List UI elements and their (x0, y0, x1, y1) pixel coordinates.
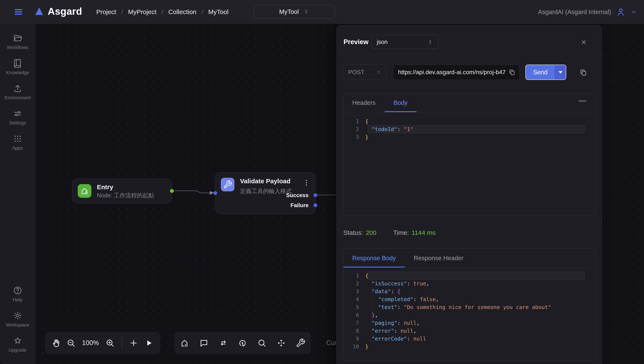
panel-divider (337, 222, 602, 222)
toolbar-divider (122, 337, 122, 349)
toolbar-nodes-button[interactable] (276, 338, 286, 348)
send-button-group: Send (526, 65, 566, 80)
code-line-2: 2 "todoId": "1" (343, 125, 596, 133)
send-options-button[interactable] (555, 65, 566, 80)
sidebar-item-apps[interactable]: Apps (0, 134, 35, 151)
code-line-10: 10} (343, 343, 596, 350)
comment-icon (199, 338, 209, 348)
line-number: 2 (343, 126, 359, 132)
url-input[interactable]: https://api.dev.asgard-ai.com/ns/proj-b4… (393, 65, 520, 80)
code-line-1: 1{ (343, 117, 596, 125)
hand-icon (51, 338, 61, 348)
tab-response-header[interactable]: Response Header (405, 249, 472, 267)
breadcrumb-item-myproject[interactable]: MyProject (128, 8, 156, 16)
success-output-port[interactable] (314, 193, 317, 197)
node-subtitle: Node: 工作流程的起點 (97, 192, 154, 199)
breadcrumb-separator: / (121, 9, 123, 15)
node-menu-button[interactable] (304, 178, 309, 187)
sidebar-top-group: WorkflowsKnowledgeEnvironmentSettingsApp… (0, 33, 35, 159)
send-button[interactable]: Send (526, 65, 555, 80)
sidebar-item-label: Upgrade (8, 347, 26, 353)
code-line-6: 6 }, (343, 311, 596, 319)
search-icon (257, 338, 267, 348)
failure-output-port[interactable] (314, 203, 317, 207)
sidebar-item-label: Knowledge (6, 70, 29, 76)
gear-icon (13, 311, 22, 320)
code-line-4: 4 "completed": false, (343, 295, 596, 303)
updown-chevron-icon (427, 39, 433, 45)
tab-headers[interactable]: Headers (343, 93, 384, 112)
play-icon (144, 338, 154, 348)
add-button[interactable] (129, 338, 138, 348)
status-row: Status: 200 Time: 1144 ms (343, 229, 436, 236)
line-number: 4 (343, 296, 359, 302)
format-select[interactable]: json (372, 35, 438, 49)
toolbar-search-button[interactable] (257, 338, 267, 348)
method-select-value: POST (348, 69, 364, 76)
editor-scrollbar[interactable] (578, 100, 586, 102)
breadcrumb-item-collection[interactable]: Collection (168, 8, 196, 16)
breadcrumb-item-mytool[interactable]: MyTool (208, 8, 228, 16)
help-circle-icon (13, 286, 22, 295)
node-validate-payload[interactable]: Validate Payload 定義工具的輸入格式 Success Failu… (215, 172, 316, 214)
grid-icon (13, 134, 22, 144)
brand-name: Asgard (48, 6, 82, 17)
book-icon (13, 58, 22, 68)
tab-response-body[interactable]: Response Body (343, 249, 405, 267)
method-select[interactable]: POST (343, 65, 386, 80)
plus-icon (129, 338, 138, 348)
request-body-editor[interactable]: 1{2 "todoId": "1"3} (343, 112, 596, 141)
response-body-editor[interactable]: 1{2 "isSuccess": true,3 "data": {4 "comp… (343, 268, 596, 350)
toolbar-wrench-button[interactable] (296, 338, 306, 348)
toolbar-comment-button[interactable] (199, 338, 209, 348)
updown-chevron-icon (303, 9, 310, 15)
iteration-icon (238, 338, 247, 348)
sidebar-item-upgrade[interactable]: Upgrade (0, 336, 35, 353)
line-number: 10 (343, 343, 359, 350)
sidebar-item-help[interactable]: Help (0, 286, 35, 303)
menu-button[interactable] (13, 7, 24, 17)
url-value: https://api.dev.asgard-ai.com/ns/proj-b4… (398, 69, 506, 76)
breadcrumb-item-project[interactable]: Project (96, 8, 116, 16)
copy-url-button[interactable] (508, 69, 516, 76)
code-line-3: 3} (343, 133, 596, 141)
tool-select[interactable]: MyTool (254, 5, 335, 19)
account-menu[interactable]: AsgardAI (Asgard Internal) (538, 0, 637, 24)
output-port[interactable] (170, 189, 174, 193)
code-line-7: 7 "paging": null, (343, 319, 596, 327)
sidebar-bottom-group: HelpWorkspaceUpgrade (0, 286, 35, 361)
code-line-5: 5 "text": "Do something nice for someone… (343, 303, 596, 311)
canvas-zoom-toolbar: 100% (45, 332, 160, 354)
brand[interactable]: Asgard (34, 6, 82, 17)
run-button[interactable] (144, 338, 154, 348)
sliders-icon (13, 109, 22, 119)
sidebar-item-environment[interactable]: Environment (0, 84, 35, 101)
toolbar-entry-add-button[interactable] (180, 338, 189, 348)
sidebar-item-settings[interactable]: Settings (0, 109, 35, 126)
person-icon (616, 7, 626, 17)
toolbar-iteration-button[interactable] (238, 338, 247, 348)
sidebar-item-workspace[interactable]: Workspace (0, 311, 35, 328)
output-label-failure: Failure (290, 202, 308, 209)
pan-button[interactable] (51, 338, 61, 348)
upload-icon (13, 84, 22, 93)
account-label: AsgardAI (Asgard Internal) (538, 9, 611, 16)
status-label: Status: (343, 229, 363, 236)
toolbar-swap-arrows-button[interactable] (218, 338, 228, 348)
breadcrumb: Project/MyProject/Collection/MyTool (96, 0, 228, 24)
copy-request-button[interactable] (579, 68, 587, 77)
input-port[interactable] (214, 191, 217, 195)
node-entry[interactable]: Entry Node: 工作流程的起點 (72, 179, 172, 203)
caret-down-icon (558, 71, 562, 74)
sidebar-item-workflows[interactable]: Workflows (0, 33, 35, 50)
zoom-out-button[interactable] (66, 338, 76, 348)
star-icon (13, 336, 22, 346)
zoom-in-button[interactable] (105, 338, 115, 348)
sidebar-item-knowledge[interactable]: Knowledge (0, 58, 35, 76)
response-card: Response Body Response Header 1{2 "isSuc… (343, 248, 596, 361)
wrench-icon (296, 338, 306, 348)
tab-body[interactable]: Body (384, 93, 416, 112)
entry-add-icon (180, 338, 189, 348)
close-panel-button[interactable] (580, 39, 587, 46)
copy-icon (579, 68, 587, 77)
